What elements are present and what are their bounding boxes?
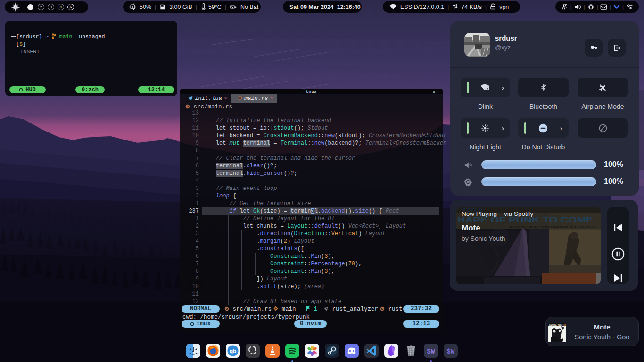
svg-text:$W: $W	[447, 348, 455, 355]
svg-text:SONIC YOUTH: SONIC YOUTH	[549, 323, 566, 326]
svg-text:$W: $W	[427, 348, 435, 355]
svg-text:qb: qb	[230, 348, 237, 354]
